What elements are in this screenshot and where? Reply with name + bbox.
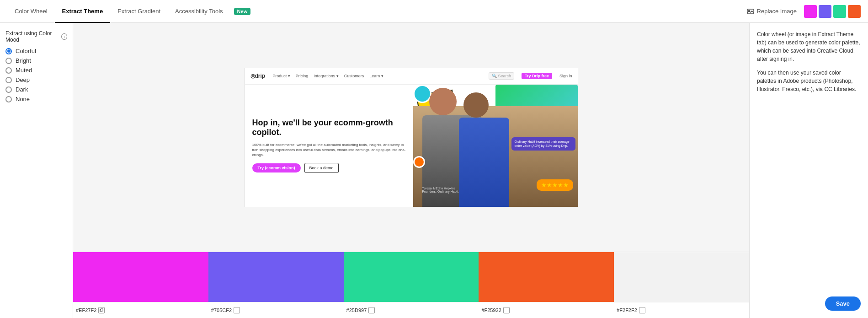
copy-icon-2[interactable]	[234, 307, 240, 313]
palette-label-3: #25D997	[344, 307, 479, 313]
copy-icon-5[interactable]	[639, 307, 645, 313]
drip-mockup: ◎drip Product ▾ Pricing Integrations ▾ C…	[245, 68, 578, 207]
label-none: None	[16, 96, 30, 102]
drip-search: 🔍 Search	[489, 72, 514, 80]
save-button[interactable]: Save	[825, 296, 861, 311]
tab-accessibility-tools[interactable]: Accessibility Tools	[168, 0, 230, 23]
info-icon[interactable]: i	[61, 33, 67, 40]
palette-label-1: #EF27F2	[73, 307, 208, 313]
tab-extract-gradient[interactable]: Extract Gradient	[110, 0, 168, 23]
radio-none	[5, 96, 12, 102]
top-swatch-4[interactable]	[848, 5, 861, 18]
testimony-box: Ordinary Habit increased their average o…	[511, 137, 575, 151]
radio-deep	[5, 77, 12, 83]
palette-swatch-5[interactable]	[614, 252, 749, 302]
main-layout: Extract using Color Mood i Colorful Brig…	[0, 23, 868, 318]
drip-right: ✉	[413, 85, 578, 207]
top-swatch-3[interactable]	[833, 5, 846, 18]
palette-swatch-4[interactable]	[479, 252, 614, 302]
palette-labels-row: #EF27F2 #705CF2 #25D997 #F25922 #F2F2F2	[73, 302, 749, 318]
new-badge: New	[234, 8, 251, 15]
replace-image-label: Replace Image	[757, 8, 797, 15]
palette-swatch-1[interactable]	[73, 252, 208, 302]
review-stars: ★★★★★	[541, 182, 569, 189]
option-none[interactable]: None	[5, 96, 67, 102]
right-panel: Color wheel (or image in Extract Theme t…	[749, 23, 868, 318]
copy-icon-3[interactable]	[368, 307, 375, 313]
top-swatches	[804, 5, 861, 18]
drip-logo: ◎drip	[250, 73, 266, 79]
label-deep: Deep	[16, 76, 30, 83]
drip-body: Hop in, we'll be your ecomm-growth copil…	[245, 85, 578, 207]
drip-cta-btn: Try Drip free	[522, 73, 552, 79]
color-mood-radio-group: Colorful Bright Muted Deep Dark None	[5, 48, 67, 102]
person-label: Teresa & Echo HopkinsFounders, Ordinary …	[422, 187, 459, 193]
palette-swatch-3[interactable]	[344, 252, 479, 302]
review-bubble: ★★★★★	[537, 179, 573, 191]
label-dark: Dark	[16, 86, 28, 93]
info-paragraph-1: Color wheel (or image in Extract Theme t…	[757, 30, 861, 63]
drip-btn-primary: Try (ecomm vision)	[252, 163, 301, 172]
drip-nav: ◎drip Product ▾ Pricing Integrations ▾ C…	[245, 68, 578, 85]
option-deep[interactable]: Deep	[5, 76, 67, 83]
label-colorful: Colorful	[16, 48, 36, 54]
palette-label-5: #F2F2F2	[614, 307, 749, 313]
option-colorful[interactable]: Colorful	[5, 48, 67, 54]
option-bright[interactable]: Bright	[5, 57, 67, 64]
label-bright: Bright	[16, 57, 31, 64]
orange-dot	[413, 156, 425, 168]
palette-swatches	[73, 252, 749, 302]
tab-extract-theme[interactable]: Extract Theme	[55, 0, 111, 23]
radio-bright	[5, 58, 12, 64]
top-swatch-2[interactable]	[819, 5, 831, 18]
label-muted: Muted	[16, 67, 32, 74]
drip-left: Hop in, we'll be your ecomm-growth copil…	[245, 85, 413, 207]
option-muted[interactable]: Muted	[5, 67, 67, 74]
palette-label-2: #705CF2	[208, 307, 344, 313]
drip-headline: Hop in, we'll be your ecomm-growth copil…	[252, 118, 406, 138]
center-content: ◎drip Product ▾ Pricing Integrations ▾ C…	[73, 23, 749, 318]
palette-swatch-2[interactable]	[208, 252, 344, 302]
drip-nav-links: Product ▾ Pricing Integrations ▾ Custome…	[272, 74, 383, 78]
image-icon	[747, 8, 754, 15]
radio-muted	[5, 67, 12, 74]
drip-btn-secondary: Book a demo	[304, 163, 339, 173]
drip-signin: Sign in	[559, 74, 572, 78]
extract-label: Extract using Color Mood i	[5, 30, 67, 43]
image-preview: ◎drip Product ▾ Pricing Integrations ▾ C…	[73, 23, 749, 252]
copy-icon-4[interactable]	[503, 307, 510, 313]
drip-btns: Try (ecomm vision) Book a demo	[252, 163, 406, 173]
svg-rect-3	[101, 309, 103, 311]
drip-subtext: 100% built for ecommerce, we've got all …	[252, 142, 406, 158]
option-dark[interactable]: Dark	[5, 86, 67, 93]
top-swatch-1[interactable]	[804, 5, 817, 18]
palette-label-4: #F25922	[479, 307, 614, 313]
radio-dark	[5, 86, 12, 93]
info-paragraph-2: You can then use your saved color palett…	[757, 69, 861, 93]
replace-image-button[interactable]: Replace Image	[747, 8, 797, 15]
left-sidebar: Extract using Color Mood i Colorful Brig…	[0, 23, 73, 318]
teal-circle	[413, 85, 431, 103]
copy-icon-1[interactable]	[98, 307, 105, 313]
top-nav: Color Wheel Extract Theme Extract Gradie…	[0, 0, 868, 23]
radio-colorful	[5, 48, 12, 54]
tab-color-wheel[interactable]: Color Wheel	[7, 0, 55, 23]
